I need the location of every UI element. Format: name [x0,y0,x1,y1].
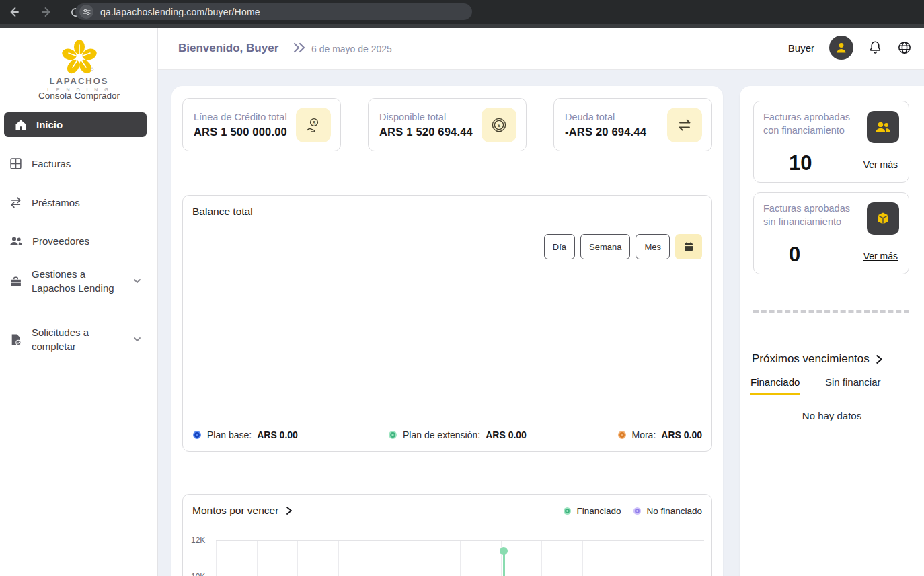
cube-icon [867,202,899,235]
stat-label: Línea de Crédito total [194,112,287,122]
legend-label: No financiado [646,506,702,516]
svg-text:$: $ [498,122,501,128]
browser-toolbar: qa.lapachoslending.com/buyer/Home [0,0,924,24]
ver-mas-link[interactable]: Ver más [863,251,898,261]
montos-legend: Financiado No financiado [563,506,702,516]
breadcrumb-date: 6 de mayo de 2025 [311,44,392,54]
legend-value: ARS 0.00 [486,429,527,440]
stat-card-available: Disponible total ARS 1 520 694.44 $ [368,98,527,151]
url-text[interactable]: qa.lapachoslending.com/buyer/Home [100,7,260,17]
section-title: Próximos vencimientos [752,352,870,366]
avatar[interactable] [829,36,853,60]
legend-item-financiado: Financiado [563,506,621,516]
stat-value: -ARS 20 694.44 [565,126,646,138]
swap-arrows-icon [9,196,22,209]
chevron-down-icon[interactable] [132,276,143,286]
stat-card-credit-line: Línea de Crédito total ARS 1 500 000.00 … [182,98,341,151]
people-icon [867,111,899,143]
sidebar-item-label: Proveedores [32,234,89,248]
page-header: Bienvenido, Buyer 6 de mayo de 2025 Buye… [158,28,924,70]
montos-chart-plot[interactable] [216,540,704,576]
sidebar: LAPACHOS L E N D I N G Consola Comprador… [0,28,158,576]
card-count: 10 [789,151,812,175]
bell-icon[interactable] [868,40,882,55]
card-title: Facturas aprobadas con financiamiento [763,110,864,137]
legend-item-no-financiado: No financiado [633,506,702,516]
sidebar-item-label: Facturas [32,157,71,171]
app-window: LAPACHOS L E N D I N G Consola Comprador… [0,28,924,576]
svg-text:$: $ [313,120,316,126]
stat-label: Deuda total [565,112,646,122]
range-button-day[interactable]: Día [544,234,575,259]
main-panel: Línea de Crédito total ARS 1 500 000.00 … [171,86,723,576]
legend-marker-green [563,507,572,516]
financiado-data-point[interactable] [500,547,508,555]
sidebar-item-label: Préstamos [32,196,80,210]
console-label: Consola Comprador [0,91,158,101]
chevron-down-icon[interactable] [132,334,143,345]
dashed-divider [753,310,909,313]
stat-value: ARS 1 500 000.00 [194,126,287,138]
range-button-month[interactable]: Mes [636,234,670,259]
globe-icon[interactable] [897,40,912,55]
range-button-week[interactable]: Semana [580,234,630,259]
sidebar-item-solicitudes[interactable]: Solicitudes a completar [9,325,148,354]
legend-value: ARS 0.00 [661,429,702,440]
stat-label: Disponible total [379,112,473,122]
people-icon [9,235,23,247]
legend-marker-green [388,430,397,440]
legend-marker-purple [633,507,642,516]
y-axis-tick: 10K [191,572,205,576]
y-axis-tick: 12K [191,536,205,545]
avatar-person-icon [835,41,848,54]
panel-title: Balance total [192,206,253,218]
legend-item-plan-extension: Plan de extensión: ARS 0.00 [388,429,527,440]
sidebar-item-inicio[interactable]: Inicio [4,112,147,137]
invoices-grid-icon [9,157,22,170]
panel-title: Montos por vencer [192,505,278,517]
brand-logo: LAPACHOS L E N D I N G [0,40,158,92]
double-chevron-right-icon [293,42,307,53]
right-panel: Facturas aprobadas con financiamiento 10… [740,86,924,576]
coin-icon: $ [482,108,516,142]
stat-card-debt: Deuda total -ARS 20 694.44 [553,98,712,151]
card-title: Facturas aprobadas sin financiamiento [763,202,864,229]
brand-name: LAPACHOS [0,76,158,86]
tab-sin-financiar[interactable]: Sin financiar [825,376,881,393]
legend-item-mora: Mora: ARS 0.00 [617,429,703,440]
content-area: Línea de Crédito total ARS 1 500 000.00 … [158,70,924,576]
briefcase-icon [9,275,22,288]
sidebar-item-label: Gestiones a Lapachos Lending [32,267,122,295]
lapachos-flower-icon [61,40,98,75]
tab-financiado[interactable]: Financiado [750,376,800,395]
chevron-right-icon[interactable] [285,506,293,516]
legend-marker-blue [192,430,202,440]
legend-marker-orange [617,430,627,440]
sidebar-item-prestamos[interactable]: Préstamos [9,196,148,210]
sidebar-item-gestiones[interactable]: Gestiones a Lapachos Lending [9,267,148,295]
card-count: 0 [789,243,800,267]
ver-mas-link[interactable]: Ver más [863,159,898,170]
transfer-arrows-icon [667,108,702,142]
card-facturas-sin-financiamiento: Facturas aprobadas sin financiamiento 0 … [753,192,909,274]
url-bar[interactable]: qa.lapachoslending.com/buyer/Home [75,3,472,20]
page-title: Bienvenido, Buyer [178,42,278,55]
legend-label: Mora: [632,429,656,440]
user-role-label: Buyer [788,42,814,54]
legend-label: Plan base: [207,429,252,440]
legend-label: Financiado [576,506,621,516]
forward-icon[interactable] [39,4,55,20]
legend-value: ARS 0.00 [257,429,298,440]
hand-coin-icon: $ [296,108,331,142]
sidebar-item-proveedores[interactable]: Proveedores [9,234,148,248]
sidebar-item-facturas[interactable]: Facturas [9,157,148,171]
back-icon[interactable] [5,4,22,20]
calendar-range-button[interactable] [675,234,702,259]
montos-por-vencer-panel: Montos por vencer Financiado [182,494,712,576]
chevron-right-icon[interactable] [875,354,884,364]
balance-total-panel: Balance total Día Semana Mes [182,195,712,452]
site-settings-icon[interactable] [79,5,93,19]
card-facturas-con-financiamiento: Facturas aprobadas con financiamiento 10… [753,101,909,183]
legend-label: Plan de extensión: [403,429,480,440]
document-check-icon [9,333,22,346]
